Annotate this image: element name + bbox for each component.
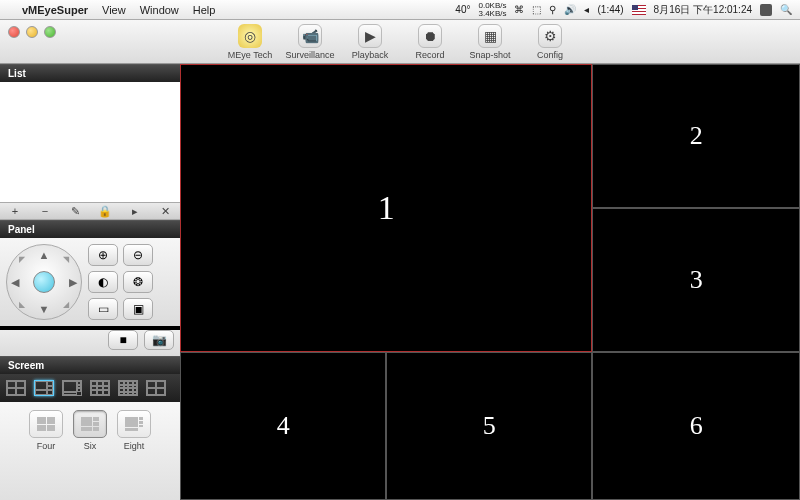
user-icon[interactable] [760,4,772,16]
toolbar-meye-button[interactable]: ◎MEye Tech [223,24,277,60]
video-cell-5[interactable]: 5 [386,352,592,500]
toolbar-play-button[interactable]: ▶Playback [343,24,397,60]
ptz-down-icon[interactable]: ▼ [39,303,50,315]
screen-section-header: Screem [0,356,180,374]
battery-time: (1:44) [597,4,623,15]
ptz-right-icon[interactable]: ▶ [69,276,77,289]
list-edit-button[interactable]: ✎ [65,205,85,218]
list-add-button[interactable]: + [5,205,25,217]
ptz-center-button[interactable] [33,271,55,293]
surv-icon: 📹 [298,24,322,48]
footer-eight-button[interactable]: Eight [117,410,151,451]
layout-l8-button[interactable] [62,380,82,396]
device-list[interactable] [0,82,180,202]
ptz-up-icon[interactable]: ▲ [39,249,50,261]
minimize-window-button[interactable] [26,26,38,38]
snap-btn[interactable]: 📷 [144,330,174,350]
sound-icon[interactable]: 🔊 [564,4,576,15]
list-close-button[interactable]: ✕ [155,205,175,218]
battery-icon[interactable]: ◂ [584,4,589,15]
menu-view[interactable]: View [102,4,126,16]
main-area: List +−✎🔒▸✕ Panel ▲ ▼ ◀ ▶ ◤◥ ◣◢ ⊕⊖◐❂▭▣ ■… [0,64,800,500]
toolbar-snap-button[interactable]: ▦Snap-shot [463,24,517,60]
dropbox-icon[interactable]: ⬚ [532,4,541,15]
list-lock-button[interactable]: 🔒 [95,205,115,218]
zoom-window-button[interactable] [44,26,56,38]
list-remove-button[interactable]: − [35,205,55,217]
rec-icon: ⏺ [418,24,442,48]
focus-far-button[interactable]: ▣ [123,298,153,320]
layout-lcust-button[interactable] [146,380,166,396]
wifi-icon[interactable]: ⚲ [549,4,556,15]
toolbar-rec-button[interactable]: ⏺Record [403,24,457,60]
bluetooth-icon[interactable]: ⌘ [514,4,524,15]
list-toolbar: +−✎🔒▸✕ [0,202,180,220]
video-cell-1[interactable]: 1 [180,64,592,352]
menu-window[interactable]: Window [140,4,179,16]
network-speed: 0.0KB/s3.4KB/s [478,2,506,18]
layout-picker [0,374,180,402]
layout-l6-button[interactable] [34,380,54,396]
video-cell-6[interactable]: 6 [592,352,800,500]
rec-btn[interactable]: ■ [108,330,138,350]
menu-help[interactable]: Help [193,4,216,16]
footer-six-button[interactable]: Six [73,410,107,451]
zoom-in-button[interactable]: ⊕ [88,244,118,266]
video-grid: 1 2 3 4 5 6 [180,64,800,500]
video-cell-2[interactable]: 2 [592,64,800,208]
video-cell-4[interactable]: 4 [180,352,386,500]
ptz-left-icon[interactable]: ◀ [11,276,19,289]
traffic-lights [8,26,56,38]
close-window-button[interactable] [8,26,20,38]
zoom-out-button[interactable]: ⊖ [123,244,153,266]
layout-l16-button[interactable] [118,380,138,396]
video-cell-3[interactable]: 3 [592,208,800,352]
iris-open-button[interactable]: ◐ [88,271,118,293]
conf-icon: ⚙ [538,24,562,48]
snap-icon: ▦ [478,24,502,48]
layout-l4-button[interactable] [6,380,26,396]
meye-icon: ◎ [238,24,262,48]
list-section-header: List [0,64,180,82]
list-play-button[interactable]: ▸ [125,205,145,218]
toolbar-conf-button[interactable]: ⚙Config [523,24,577,60]
clock[interactable]: 8月16日 下午12:01:24 [654,3,752,17]
toolbar-surv-button[interactable]: 📹Surveillance [283,24,337,60]
temp-indicator: 40° [455,4,470,15]
ptz-panel: ▲ ▼ ◀ ▶ ◤◥ ◣◢ ⊕⊖◐❂▭▣ [0,238,180,326]
footer-four-button[interactable]: Four [29,410,63,451]
iris-close-button[interactable]: ❂ [123,271,153,293]
layout-l9-button[interactable] [90,380,110,396]
mac-menubar: vMEyeSuper View Window Help 40° 0.0KB/s3… [0,0,800,20]
ptz-dpad[interactable]: ▲ ▼ ◀ ▶ ◤◥ ◣◢ [6,244,82,320]
spotlight-icon[interactable]: 🔍 [780,4,792,15]
sidebar: List +−✎🔒▸✕ Panel ▲ ▼ ◀ ▶ ◤◥ ◣◢ ⊕⊖◐❂▭▣ ■… [0,64,180,500]
app-toolbar: ◎MEye Tech📹Surveillance▶Playback⏺Record▦… [0,20,800,64]
app-menu[interactable]: vMEyeSuper [22,4,88,16]
play-icon: ▶ [358,24,382,48]
layout-footer: FourSixEight [0,402,180,500]
focus-near-button[interactable]: ▭ [88,298,118,320]
input-flag-icon[interactable] [632,5,646,15]
panel-section-header: Panel [0,220,180,238]
